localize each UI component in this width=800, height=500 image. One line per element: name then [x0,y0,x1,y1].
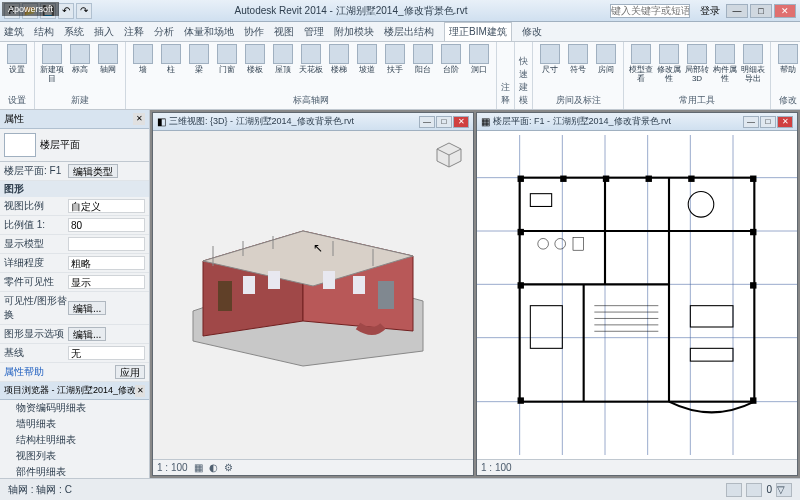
project-browser[interactable]: 物资编码明细表墙明细表结构柱明细表视图列表部件明细表门明细表面积明细表 (新增)… [0,400,149,478]
tool-label: 坡道 [359,65,375,74]
tool-label: 修改属性 [656,65,682,83]
tab-楼层出结构[interactable]: 楼层出结构 [384,25,434,39]
view-3d-close-button[interactable]: ✕ [453,116,469,128]
property-row: 可见性/图形替换编辑... [0,292,149,325]
tool-icon [631,44,651,64]
tab-注释[interactable]: 注释 [124,25,144,39]
browser-close-icon[interactable]: ✕ [135,385,145,397]
view-3d-tool-icon[interactable]: ▦ [194,462,203,473]
status-icon[interactable] [746,483,762,497]
tool-局部转3D[interactable]: 局部转3D [684,44,710,83]
workarea: 属性 ✕ 楼层平面 楼层平面: F1 编辑类型 图形 视图比例自定义比例值 1:… [0,110,800,478]
property-value[interactable]: 无 [68,346,145,360]
tool-符号[interactable]: 符号 [565,44,591,74]
tool-柱[interactable]: 柱 [158,44,184,74]
tool-轴网[interactable]: 轴网 [95,44,121,74]
properties-close-icon[interactable]: ✕ [133,113,145,125]
user-label[interactable]: 登录 [700,4,720,18]
tab-体量和场地[interactable]: 体量和场地 [184,25,234,39]
tool-梁[interactable]: 梁 [186,44,212,74]
tool-洞口[interactable]: 洞口 [466,44,492,74]
property-value[interactable]: 自定义 [68,199,145,213]
property-value[interactable]: 显示 [68,275,145,289]
tool-帮助[interactable]: 帮助 [775,44,800,74]
view-plan-scale[interactable]: 1 : 100 [481,462,512,473]
svg-rect-52 [690,306,733,327]
tool-标高[interactable]: 标高 [67,44,93,74]
property-value[interactable]: 编辑... [68,327,106,341]
tool-屋顶[interactable]: 屋顶 [270,44,296,74]
property-value[interactable]: 80 [68,218,145,232]
tool-天花板[interactable]: 天花板 [298,44,324,74]
maximize-button[interactable]: □ [750,4,772,18]
tool-墙[interactable]: 墙 [130,44,156,74]
filter-icon[interactable]: ▽ [776,483,792,497]
tool-label: 扶手 [387,65,403,74]
view-3d-canvas[interactable]: ↖ [153,131,473,459]
apply-button[interactable]: 应用 [115,365,145,379]
browser-item[interactable]: 结构柱明细表 [0,432,149,448]
tool-label: 梁 [195,65,203,74]
browser-item[interactable]: 视图列表 [0,448,149,464]
close-button[interactable]: ✕ [774,4,796,18]
tool-模型查看[interactable]: 模型查看 [628,44,654,83]
tool-楼梯[interactable]: 楼梯 [326,44,352,74]
tool-设置[interactable]: 设置 [4,44,30,74]
status-zoom[interactable]: 0 [766,484,772,495]
view-3d-min-button[interactable]: — [419,116,435,128]
tab-分析[interactable]: 分析 [154,25,174,39]
view-plan-canvas[interactable] [477,131,797,459]
view-3d-tool-icon[interactable]: ◐ [209,462,218,473]
tab-修改[interactable]: 修改 [522,25,542,39]
property-value[interactable]: 粗略 [68,256,145,270]
property-value[interactable]: 编辑... [68,301,106,315]
search-input[interactable] [610,4,690,18]
tool-门窗[interactable]: 门窗 [214,44,240,74]
tab-协作[interactable]: 协作 [244,25,264,39]
viewcube-icon[interactable] [435,141,463,169]
tool-新建项目[interactable]: 新建项目 [39,44,65,83]
tab-系统[interactable]: 系统 [64,25,84,39]
tool-尺寸[interactable]: 尺寸 [537,44,563,74]
tab-建筑[interactable]: 建筑 [4,25,24,39]
minimize-button[interactable]: — [726,4,748,18]
view-plan-close-button[interactable]: ✕ [777,116,793,128]
type-selector[interactable]: 楼层平面 [40,138,80,152]
view-3d-tool-icon[interactable]: ⚙ [224,462,233,473]
svg-rect-46 [750,282,756,288]
browser-item[interactable]: 墙明细表 [0,416,149,432]
tab-结构[interactable]: 结构 [34,25,54,39]
property-key: 视图比例 [4,199,68,213]
tool-label: 标高 [72,65,88,74]
tab-理正BIM建筑[interactable]: 理正BIM建筑 [444,22,512,41]
tab-管理[interactable]: 管理 [304,25,324,39]
tool-房间[interactable]: 房间 [593,44,619,74]
tool-icon [778,44,798,64]
tool-label: 天花板 [299,65,323,74]
tab-插入[interactable]: 插入 [94,25,114,39]
tool-构件属性[interactable]: 构件属性 [712,44,738,83]
tool-坡道[interactable]: 坡道 [354,44,380,74]
browser-item[interactable]: 部件明细表 [0,464,149,478]
tool-明细表导出[interactable]: 明细表导出 [740,44,766,83]
status-icon[interactable] [726,483,742,497]
redo-icon[interactable]: ↷ [76,3,92,19]
watermark: Apowersoft [2,2,59,16]
edit-type-button[interactable]: 编辑类型 [68,164,118,178]
tab-视图[interactable]: 视图 [274,25,294,39]
properties-help-link[interactable]: 属性帮助 [4,365,68,379]
tool-阳台[interactable]: 阳台 [410,44,436,74]
tool-扶手[interactable]: 扶手 [382,44,408,74]
view-plan-max-button[interactable]: □ [760,116,776,128]
svg-rect-8 [218,281,232,311]
tool-台阶[interactable]: 台阶 [438,44,464,74]
property-value[interactable] [68,237,145,251]
tool-修改属性[interactable]: 修改属性 [656,44,682,83]
view-3d-max-button[interactable]: □ [436,116,452,128]
tab-附加模块[interactable]: 附加模块 [334,25,374,39]
view-3d-scale[interactable]: 1 : 100 [157,462,188,473]
undo-icon[interactable]: ↶ [58,3,74,19]
view-plan-min-button[interactable]: — [743,116,759,128]
tool-楼板[interactable]: 楼板 [242,44,268,74]
browser-item[interactable]: 物资编码明细表 [0,400,149,416]
